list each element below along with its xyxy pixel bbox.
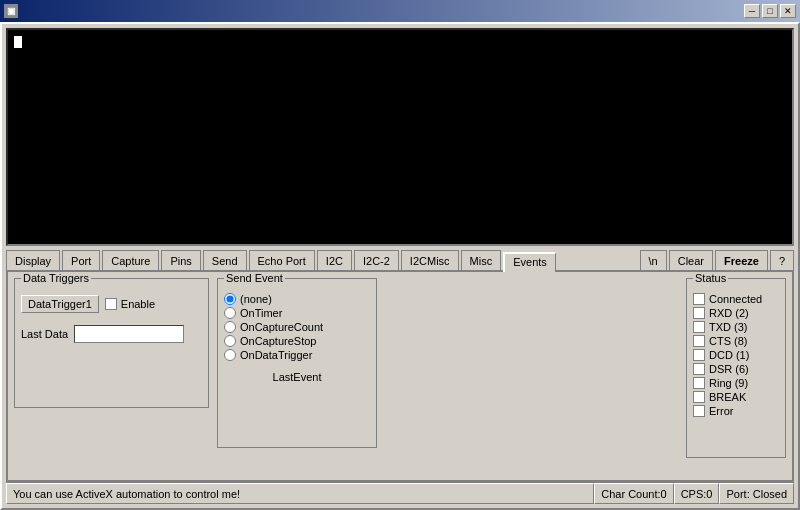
status-break: BREAK [693, 391, 779, 403]
last-data-label: Last Data [21, 328, 68, 340]
last-data-input[interactable] [74, 325, 184, 343]
char-count: Char Count:0 [594, 483, 673, 504]
radio-none-input[interactable] [224, 293, 236, 305]
tab-send[interactable]: Send [203, 250, 247, 270]
tab-action-newline[interactable]: \n [640, 250, 667, 270]
tab-action-freeze[interactable]: Freeze [715, 250, 768, 270]
connected-label: Connected [709, 293, 762, 305]
cts-label: CTS (8) [709, 335, 748, 347]
app-icon: ▣ [4, 4, 18, 18]
tab-display[interactable]: Display [6, 250, 60, 270]
cps: CPS:0 [674, 483, 720, 504]
tab-i2cmisc[interactable]: I2CMisc [401, 250, 459, 270]
status-txd: TXD (3) [693, 321, 779, 333]
radio-ontimer-input[interactable] [224, 307, 236, 319]
ring-label: Ring (9) [709, 377, 748, 389]
status-panel: Status Connected RXD (2) TXD (3) CTS (8) [686, 278, 786, 458]
minimize-button[interactable]: ─ [744, 4, 760, 18]
data-triggers-title: Data Triggers [21, 272, 91, 284]
radio-ondatatrigger[interactable]: OnDataTrigger [224, 349, 370, 361]
error-label: Error [709, 405, 733, 417]
radio-none[interactable]: (none) [224, 293, 370, 305]
main-window: Display Port Capture Pins Send Echo Port… [0, 22, 800, 510]
tab-action-help[interactable]: ? [770, 250, 794, 270]
send-event-title: Send Event [224, 272, 285, 284]
status-bar: You can use ActiveX automation to contro… [6, 482, 794, 504]
dcd-label: DCD (1) [709, 349, 749, 361]
data-trigger1-button[interactable]: DataTrigger1 [21, 295, 99, 313]
status-ring: Ring (9) [693, 377, 779, 389]
rxd-checkbox[interactable] [693, 307, 705, 319]
status-title: Status [693, 272, 728, 284]
tab-misc[interactable]: Misc [461, 250, 502, 270]
tab-capture[interactable]: Capture [102, 250, 159, 270]
status-dsr: DSR (6) [693, 363, 779, 375]
radio-ontimer-label: OnTimer [240, 307, 282, 319]
close-button[interactable]: ✕ [780, 4, 796, 18]
enable-checkbox[interactable] [105, 298, 117, 310]
title-bar: ▣ ─ □ ✕ [0, 0, 800, 22]
data-triggers-panel: Data Triggers DataTrigger1 Enable Last D… [14, 278, 209, 408]
tab-pins[interactable]: Pins [161, 250, 200, 270]
radio-oncapturestop-label: OnCaptureStop [240, 335, 316, 347]
radio-oncapturecount-label: OnCaptureCount [240, 321, 323, 333]
break-checkbox[interactable] [693, 391, 705, 403]
status-cts: CTS (8) [693, 335, 779, 347]
ring-checkbox[interactable] [693, 377, 705, 389]
middle-spacer [385, 278, 678, 474]
radio-oncapturecount-input[interactable] [224, 321, 236, 333]
radio-ontimer[interactable]: OnTimer [224, 307, 370, 319]
port-status: Port: Closed [719, 483, 794, 504]
dsr-label: DSR (6) [709, 363, 749, 375]
status-error: Error [693, 405, 779, 417]
last-data-row: Last Data [21, 325, 202, 343]
status-rxd: RXD (2) [693, 307, 779, 319]
tab-bar[interactable]: Display Port Capture Pins Send Echo Port… [6, 250, 794, 272]
display-cursor [14, 36, 22, 48]
radio-none-label: (none) [240, 293, 272, 305]
last-event-label: LastEvent [224, 371, 370, 383]
status-connected: Connected [693, 293, 779, 305]
txd-checkbox[interactable] [693, 321, 705, 333]
radio-oncapturestop[interactable]: OnCaptureStop [224, 335, 370, 347]
radio-ondatatrigger-label: OnDataTrigger [240, 349, 312, 361]
send-event-panel: Send Event (none) OnTimer OnCaptureCount… [217, 278, 377, 448]
title-bar-left: ▣ [4, 4, 18, 18]
tab-events[interactable]: Events [503, 252, 556, 272]
cts-checkbox[interactable] [693, 335, 705, 347]
tab-port[interactable]: Port [62, 250, 100, 270]
txd-label: TXD (3) [709, 321, 748, 333]
tab-i2c[interactable]: I2C [317, 250, 352, 270]
rxd-label: RXD (2) [709, 307, 749, 319]
tab-i2c2[interactable]: I2C-2 [354, 250, 399, 270]
connected-checkbox[interactable] [693, 293, 705, 305]
content-area: Data Triggers DataTrigger1 Enable Last D… [6, 272, 794, 482]
enable-checkbox-row: Enable [105, 298, 155, 310]
title-controls[interactable]: ─ □ ✕ [744, 4, 796, 18]
break-label: BREAK [709, 391, 746, 403]
trigger-btn-row: DataTrigger1 Enable [21, 295, 202, 313]
status-message: You can use ActiveX automation to contro… [6, 483, 594, 504]
dcd-checkbox[interactable] [693, 349, 705, 361]
tab-echo-port[interactable]: Echo Port [249, 250, 315, 270]
error-checkbox[interactable] [693, 405, 705, 417]
dsr-checkbox[interactable] [693, 363, 705, 375]
radio-ondatatrigger-input[interactable] [224, 349, 236, 361]
radio-oncapturestop-input[interactable] [224, 335, 236, 347]
maximize-button[interactable]: □ [762, 4, 778, 18]
display-area [6, 28, 794, 246]
enable-label: Enable [121, 298, 155, 310]
status-dcd: DCD (1) [693, 349, 779, 361]
radio-oncapturecount[interactable]: OnCaptureCount [224, 321, 370, 333]
tab-action-clear[interactable]: Clear [669, 250, 713, 270]
